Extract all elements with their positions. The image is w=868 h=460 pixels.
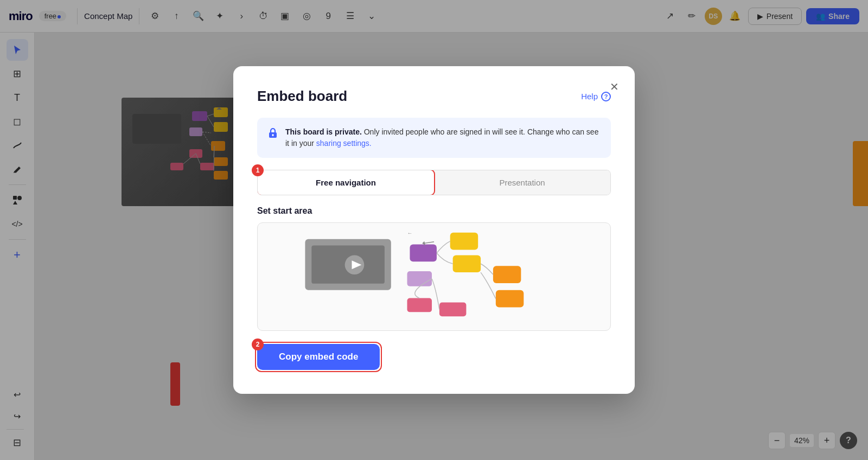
svg-rect-29 [407,271,432,286]
tabs-row: Free navigation Presentation [257,170,611,195]
svg-rect-28 [410,245,437,262]
svg-rect-34 [407,298,432,312]
svg-rect-30 [450,233,478,250]
svg-rect-31 [453,255,481,272]
section-label: Set start area [257,206,611,216]
modal-close-button[interactable]: ✕ [604,77,624,97]
help-label: Help [581,92,598,101]
tabs-container: 1 Free navigation Presentation [257,170,611,195]
svg-rect-32 [493,266,521,283]
svg-line-36 [423,242,434,244]
lock-icon [267,127,279,142]
sharing-settings-link[interactable]: sharing settings. [316,139,372,148]
cursor-hand-icon: ☟ [315,372,322,386]
embed-board-modal: ✕ Embed board Help ? This board is priva… [233,66,635,394]
modal-overlay: ✕ Embed board Help ? This board is priva… [0,0,868,460]
tab-free-navigation[interactable]: Free navigation [258,170,434,195]
close-icon: ✕ [610,80,619,93]
copy-embed-code-button[interactable]: Copy embed code ☟ [257,344,380,370]
modal-header: Embed board Help ? [257,88,611,105]
modal-title: Embed board [257,88,347,105]
private-notice-text: This board is private. Only invited peop… [285,126,601,149]
svg-rect-35 [439,303,467,317]
svg-rect-33 [496,290,524,308]
tab-step-badge: 1 [252,164,264,176]
concept-map-preview[interactable]: ← [257,222,611,331]
copy-button-area: 2 Copy embed code ☟ [257,344,380,370]
copy-embed-label: Copy embed code [279,352,358,362]
copy-step-badge: 2 [252,338,264,350]
svg-text:←: ← [407,230,413,236]
private-notice: This board is private. Only invited peop… [257,118,611,158]
svg-rect-23 [272,134,274,136]
tab-presentation[interactable]: Presentation [434,170,610,195]
private-notice-bold: This board is private. [285,127,362,136]
